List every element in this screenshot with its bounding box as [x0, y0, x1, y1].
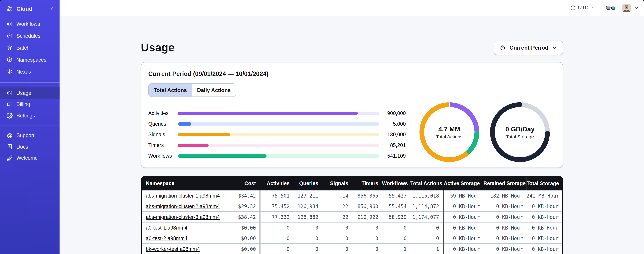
value-cell: 1,115,018 — [410, 190, 443, 201]
period-selector-button[interactable]: Current Period — [494, 40, 563, 55]
support-lifebuoy-icon — [6, 132, 13, 139]
bar-fill — [178, 112, 358, 115]
sidebar-item-label: Schedules — [16, 33, 40, 39]
bar-track — [178, 122, 379, 126]
namespace-link[interactable]: bk-worker-test.a98mm4 — [146, 246, 200, 252]
value-cell: 0 KB-Hour — [526, 222, 562, 233]
sidebar-item-docs[interactable]: Docs — [0, 141, 60, 152]
sidebar-item-label: Docs — [16, 144, 28, 150]
sidebar-collapse-button[interactable] — [48, 5, 56, 12]
value-cell: $0.00 — [232, 244, 260, 254]
table-row: a0-test-2.a98mm4$0.000000000 KB-Hour0 KB… — [142, 233, 562, 244]
value-cell: 14 — [322, 190, 352, 201]
bar-fill — [178, 122, 192, 126]
bar-value: 5,000 — [379, 121, 406, 127]
sidebar-item-billing[interactable]: Billing — [0, 99, 60, 110]
tab-daily-actions[interactable]: Daily Actions — [192, 84, 236, 96]
bar-track — [178, 154, 379, 158]
sidebar-item-label: Welcome — [16, 155, 38, 161]
bar-category-label: Timers — [148, 142, 178, 148]
value-cell: 0 — [322, 233, 352, 244]
page-title: Usage — [141, 41, 174, 54]
bar-row: Workflows541,109 — [148, 150, 406, 161]
sidebar-item-welcome[interactable]: Welcome — [0, 152, 60, 164]
value-cell: 182 MB-Hour — [484, 190, 526, 201]
value-cell: 0 — [382, 222, 410, 233]
column-header: Timers — [352, 177, 382, 190]
column-header: Active Storage — [443, 177, 484, 190]
value-cell: 910,922 — [352, 212, 382, 222]
namespace-link[interactable]: abs-migration-cluster-3.a98mm4 — [146, 214, 220, 220]
value-cell: 856,865 — [352, 190, 382, 201]
clock-icon — [570, 5, 576, 10]
chevron-down-icon — [552, 45, 557, 50]
value-cell: 0 KB-Hour — [526, 201, 562, 212]
column-header: Total Actions — [410, 177, 443, 190]
value-cell: 0 — [260, 233, 293, 244]
value-cell: 126,984 — [293, 201, 322, 212]
sidebar-item-nexus[interactable]: Nexus — [0, 66, 60, 78]
bar-track — [178, 133, 379, 136]
namespace-usage-table: NamespaceCostActivitiesQueriesSignalsTim… — [141, 176, 563, 254]
table-row: abs-migration-cluster-1.a98mm4$34.4275,5… — [142, 190, 562, 201]
sidebar-item-label: Support — [16, 133, 34, 138]
column-header: Workflows — [382, 177, 410, 190]
batch-icon — [6, 45, 13, 51]
value-cell: 0 KB-Hour — [526, 244, 562, 254]
sidebar-item-namespaces[interactable]: Namespaces — [0, 54, 60, 66]
namespace-link[interactable]: abs-migration-cluster-2.a98mm4 — [146, 204, 220, 209]
value-cell: 0 KB-Hour — [443, 244, 484, 254]
stopwatch-icon — [500, 44, 506, 51]
namespace-link[interactable]: abs-migration-cluster-1.a98mm4 — [146, 193, 220, 198]
namespace-link[interactable]: a0-test-1.a98mm4 — [146, 225, 188, 230]
tab-total-actions[interactable]: Total Actions — [149, 84, 192, 96]
value-cell: 0 — [410, 233, 443, 244]
sidebar-item-support[interactable]: Support — [0, 130, 60, 141]
sidebar-item-usage[interactable]: Usage — [0, 88, 60, 99]
namespace-cell: bk-worker-test.a98mm4 — [142, 244, 232, 254]
bar-value: 900,000 — [379, 110, 406, 116]
value-cell: 0 — [352, 222, 382, 233]
bar-fill — [178, 144, 209, 147]
value-cell: $29.32 — [232, 201, 260, 212]
value-cell: 0 KB-Hour — [484, 244, 526, 254]
settings-gear-icon — [6, 112, 13, 119]
table-row: bk-worker-test.a98mm4$0.000000110 KB-Hou… — [142, 244, 562, 254]
namespace-cell: abs-migration-cluster-2.a98mm4 — [142, 201, 232, 212]
card-title: Current Period (09/01/2024 — 10/01/2024) — [148, 70, 556, 77]
timezone-selector[interactable]: UTC — [570, 5, 596, 10]
value-cell: 0 KB-Hour — [526, 212, 562, 222]
user-menu-button[interactable] — [634, 5, 639, 10]
value-cell: 0 KB-Hour — [484, 222, 526, 233]
value-cell: 55,427 — [382, 190, 410, 201]
avatar[interactable] — [622, 4, 631, 12]
sidebar-nav-help: Support Docs — [0, 130, 60, 164]
value-cell: 0 KB-Hour — [484, 201, 526, 212]
total-actions-donut: 4.7 MM Total Actions — [418, 101, 480, 163]
bar-row: Signals130,000 — [148, 129, 406, 140]
value-cell: 0 KB-Hour — [443, 212, 484, 222]
workflows-icon — [6, 21, 13, 27]
sidebar-nav-account: Usage Billing — [0, 88, 60, 121]
value-cell: 75,452 — [260, 201, 293, 212]
sidebar: Cloud Workflows — [0, 0, 60, 254]
column-header: Namespace — [142, 177, 232, 190]
chevron-left-icon — [49, 6, 55, 12]
value-cell: 0 — [293, 244, 322, 254]
sidebar-item-label: Namespaces — [16, 57, 46, 62]
sidebar-item-schedules[interactable]: Schedules — [0, 30, 60, 42]
sidebar-item-batch[interactable]: Batch — [0, 42, 60, 54]
actions-bar-chart: Activities900,000Queries5,000Signals130,… — [148, 108, 406, 161]
sidebar-item-settings[interactable]: Settings — [0, 110, 60, 121]
value-cell: 0 KB-Hour — [526, 233, 562, 244]
donut-ring — [418, 101, 480, 163]
value-cell: 241 MB-Hour — [526, 190, 562, 201]
page-header: Usage Current Period — [141, 40, 563, 56]
value-cell: 1 — [410, 244, 443, 254]
sidebar-item-workflows[interactable]: Workflows — [0, 18, 60, 30]
glasses-icon[interactable] — [606, 6, 615, 10]
bar-value: 130,000 — [379, 132, 406, 138]
namespace-link[interactable]: a0-test-2.a98mm4 — [146, 236, 188, 241]
chevron-down-icon — [591, 5, 596, 10]
namespace-cell: a0-test-2.a98mm4 — [142, 233, 232, 244]
